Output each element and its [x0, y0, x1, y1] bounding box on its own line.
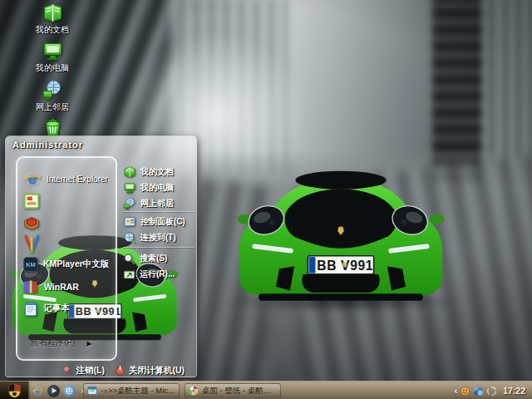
- menu-item-run[interactable]: 运行(R)...: [123, 267, 197, 282]
- menu-item-paint-tool[interactable]: [22, 234, 116, 254]
- search-icon: [123, 253, 135, 265]
- image-converter-icon: [22, 192, 41, 210]
- tray-collapse-arrow[interactable]: ‹: [454, 386, 457, 396]
- svg-text:KM: KM: [26, 261, 36, 268]
- toolbox-icon: [22, 214, 41, 232]
- menu-item-kmplayer[interactable]: KM KMPlayer中文版: [22, 254, 116, 274]
- desktop-icon-network-places[interactable]: 网上邻居: [25, 79, 80, 111]
- play-icon: [51, 387, 57, 394]
- my-computer-icon: [42, 40, 64, 62]
- shut-down-button[interactable]: 关闭计算机(U): [115, 365, 185, 377]
- tray-messenger-icon[interactable]: [473, 386, 484, 397]
- task-button-theme-window[interactable]: -=>>桌酷主题 - Mic...: [83, 383, 180, 398]
- start-menu: Administrator Internet Explorer: [5, 135, 197, 377]
- menu-divider: [123, 247, 195, 248]
- all-programs-arrow-icon: ▶: [86, 340, 91, 347]
- desktop-icon-label: 我的电脑: [25, 63, 80, 72]
- start-menu-pinned-panel: Internet Explorer: [16, 156, 117, 361]
- menu-item-notepad[interactable]: 记事本: [22, 298, 116, 318]
- tray-pet-icon[interactable]: [460, 386, 470, 397]
- menu-item-search[interactable]: 搜索(S): [123, 251, 197, 266]
- connect-to-icon: [123, 231, 136, 244]
- taskbar-clock[interactable]: 17:22: [503, 386, 525, 396]
- winrar-icon: [22, 278, 40, 296]
- porsche-crest-icon: [8, 383, 21, 398]
- desktop-icon-my-documents[interactable]: 我的文档: [25, 2, 80, 34]
- start-menu-username: Administrator: [12, 140, 83, 150]
- desktop: BB V991: [0, 0, 532, 399]
- taskbar: › -=>>桌酷主题 - Mic... 桌面 - 壁纸 - 桌酷壁... ‹: [0, 381, 532, 399]
- tray-update-icon[interactable]: [486, 386, 497, 397]
- menu-item-network-places[interactable]: 网上邻居: [123, 196, 197, 211]
- quick-launch-media-player[interactable]: [47, 385, 60, 397]
- menu-divider: [123, 211, 195, 212]
- start-menu-footer: 注销(L) 关闭计算机(U): [6, 362, 197, 377]
- menu-item-red-toolbox[interactable]: [22, 213, 116, 233]
- quick-launch-browser[interactable]: [63, 385, 76, 397]
- quick-launch: ›: [32, 382, 86, 399]
- task-button-wallpaper-page[interactable]: 桌面 - 壁纸 - 桌酷壁...: [185, 383, 281, 398]
- kmplayer-icon: KM: [22, 256, 39, 273]
- window-icon: [87, 386, 97, 396]
- system-tray: ‹ 17:22: [454, 382, 529, 399]
- globe-icon: [66, 387, 73, 395]
- my-documents-icon: [123, 165, 136, 179]
- control-panel-icon: [123, 215, 136, 229]
- menu-item-internet-explorer[interactable]: Internet Explorer: [22, 169, 116, 189]
- notepad-icon: [22, 300, 39, 318]
- quick-launch-ie[interactable]: [32, 385, 44, 397]
- internet-explorer-icon: [32, 385, 44, 397]
- log-off-button[interactable]: 注销(L): [62, 365, 105, 377]
- menu-item-connect-to[interactable]: 连接到(T) ▶: [123, 230, 197, 245]
- desktop-icon-my-computer[interactable]: 我的电脑: [25, 40, 80, 72]
- menu-item-image-tool[interactable]: [22, 191, 116, 211]
- log-off-icon: [62, 365, 73, 376]
- run-icon: [123, 268, 135, 281]
- paint-brushes-icon: [22, 234, 41, 254]
- desktop-icon-label: 我的文档: [25, 25, 80, 34]
- my-computer-icon: [123, 181, 136, 195]
- menu-item-my-computer[interactable]: 我的电脑: [123, 180, 197, 195]
- network-places-icon: [123, 197, 136, 210]
- menu-item-winrar[interactable]: WinRAR: [22, 277, 116, 297]
- wallpaper-car: [233, 163, 449, 303]
- chrome-icon: [189, 386, 199, 396]
- all-programs-button[interactable]: 所有程序(P) ▶: [31, 337, 111, 349]
- shut-down-icon: [115, 365, 126, 376]
- internet-explorer-icon: [22, 169, 42, 189]
- menu-item-control-panel[interactable]: 控制面板(C): [123, 214, 197, 229]
- start-button[interactable]: [0, 382, 28, 399]
- network-places-icon: [42, 79, 64, 101]
- my-documents-icon: [42, 2, 64, 24]
- desktop-icon-label: 网上邻居: [25, 102, 80, 111]
- menu-item-my-documents[interactable]: 我的文档: [123, 165, 197, 180]
